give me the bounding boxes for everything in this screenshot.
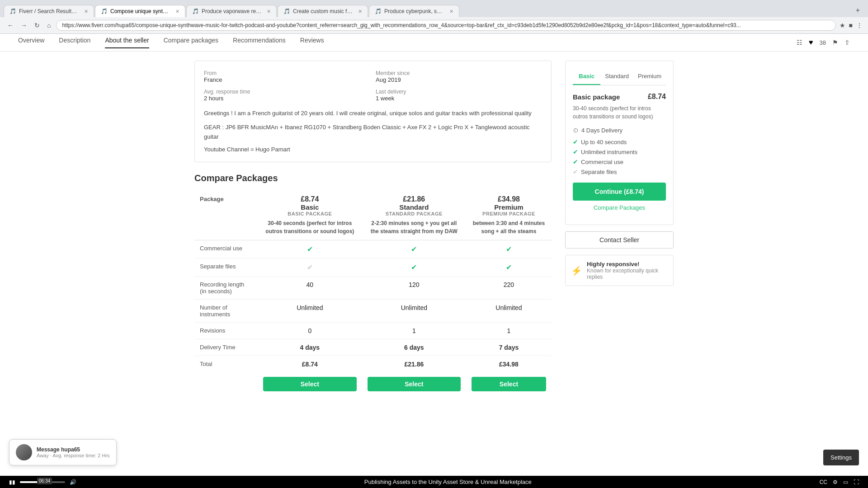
browser-tab-tab2[interactable]: 🎵Compose unique synthwave d...✕ [95,5,185,17]
table-row: Recording length (in seconds)40120220 [194,277,552,300]
row-label-5: Delivery Time [194,339,258,356]
row-0-col-2: ✔ [466,240,552,258]
share-icon[interactable]: ⇧ [844,39,850,46]
check-icon: ✔ [411,245,417,253]
row-5-col-0: 4 days [258,339,362,356]
row-1-col-1: ✔ [362,258,466,277]
main-layout: From France Member since Aug 2019 Avg. r… [185,52,683,405]
nav-right-icons: ☷ ♥ 38 ⚑ ⇧ [797,38,850,47]
contact-seller-button[interactable]: Contact Seller [565,231,674,249]
tab-favicon-tab3: 🎵 [192,8,199,14]
seller-youtube: Youtube Channel = Hugo Pamart [204,146,542,153]
select-buttons-row: Select Select Select [194,372,552,396]
url-input[interactable]: https://www.fiverr.com/hupa65/compose-un… [56,20,835,31]
tab-close-tab4[interactable]: ✕ [358,9,362,14]
sidebar-tab-standard[interactable]: Standard [600,68,633,85]
package-info-header: Basic package £8.74 [573,93,666,101]
browser-tab-tab1[interactable]: 🎵Fiverr / Search Results for 'synt...✕ [4,5,94,17]
heart-button[interactable]: ♥ [809,38,813,47]
last-delivery-label: Last delivery [376,89,542,95]
feature-check-icon: ✔ [573,168,578,175]
bookmark-star-icon[interactable]: ★ [840,22,845,29]
feature-list: ✔Up to 40 seconds✔Unlimited instruments✔… [573,138,666,175]
browser-tab-tab5[interactable]: 🎵Produce cyberpunk, synthw...✕ [369,5,459,17]
basic-column-header: £8.74 Basic BASIC PACKAGE 30-40 seconds … [258,191,362,240]
lightning-icon: ⚡ [571,265,582,276]
check-gray-icon: ✔ [307,263,313,271]
from-label: From [204,70,370,76]
menu-icon[interactable]: ⋮ [856,22,863,29]
check-icon: ✔ [506,263,512,271]
nav-link-reviews[interactable]: Reviews [300,37,324,48]
row-6-col-1: £21.86 [362,356,466,373]
tab-label-tab1: Fiverr / Search Results for 'synt... [19,8,80,14]
badge-subtitle: Known for exceptionally quick replies [587,267,668,280]
member-since-label: Member since [376,70,542,76]
premium-column-header: £34.98 Premium PREMIUM PACKAGE between 3… [466,191,552,240]
row-0-col-1: ✔ [362,240,466,258]
sidebar-tab-premium[interactable]: Premium [633,68,666,85]
nav-link-description[interactable]: Description [59,37,90,48]
premium-price: £34.98 [472,195,546,203]
feature-check-icon: ✔ [573,138,578,145]
last-delivery-value: 1 week [376,95,542,102]
list-view-icon[interactable]: ☷ [797,39,802,46]
package-price: £8.74 [648,93,666,101]
address-bar: ← → ↻ ⌂ https://www.fiverr.com/hupa65/co… [0,17,868,33]
standard-column-header: £21.86 Standard STANDARD PACKAGE 2-2:30 … [362,191,466,240]
table-row: Revisions011 [194,323,552,339]
extension-icon[interactable]: ■ [849,22,853,29]
feature-item: ✔Separate files [573,168,666,175]
nav-links: OverviewDescriptionAbout the sellerCompa… [18,37,324,48]
select-premium-button[interactable]: Select [472,377,546,391]
nav-link-compare-packages[interactable]: Compare packages [164,37,218,48]
browser-tab-tab3[interactable]: 🎵Produce vaporwave retrowa...✕ [186,5,277,17]
basic-subtitle: BASIC PACKAGE [263,211,357,216]
forward-button[interactable]: → [19,20,29,31]
sidebar-tab-basic[interactable]: Basic [573,68,600,85]
nav-link-recommendations[interactable]: Recommendations [233,37,286,48]
feature-check-icon: ✔ [573,158,578,165]
seller-bio: Greetings ! I am a French guitarist of 2… [204,109,542,118]
continue-button[interactable]: Continue (£8.74) [573,183,666,201]
back-button[interactable]: ← [5,20,15,31]
row-5-col-1: 6 days [362,339,466,356]
nav-link-overview[interactable]: Overview [18,37,44,48]
row-label-4: Revisions [194,323,258,339]
flag-icon[interactable]: ⚑ [832,39,838,46]
feature-item: ✔Unlimited instruments [573,148,666,155]
row-label-3: Number of instruments [194,300,258,323]
from-section: From France [204,70,370,83]
row-6-col-0: £8.74 [258,356,362,373]
tab-favicon-tab1: 🎵 [9,8,16,14]
home-button[interactable]: ⌂ [45,20,52,31]
tab-favicon-tab5: 🎵 [375,8,382,14]
tab-close-tab3[interactable]: ✕ [267,9,271,14]
row-3-col-0: Unlimited [258,300,362,323]
badge-title: Highly responsive! [587,261,668,267]
new-tab-button[interactable]: + [851,4,864,17]
feature-item: ✔Commercial use [573,158,666,165]
select-standard-button[interactable]: Select [368,377,461,391]
compare-packages-link[interactable]: Compare Packages [573,204,666,211]
feature-check-icon: ✔ [573,148,578,155]
page-navigation: OverviewDescriptionAbout the sellerCompa… [0,34,868,52]
member-since-section: Member since Aug 2019 [376,70,542,83]
standard-price: £21.86 [368,195,461,203]
tab-close-tab2[interactable]: ✕ [175,9,179,14]
browser-tab-tab4[interactable]: 🎵Create custom music for you...✕ [278,5,368,17]
tab-close-tab5[interactable]: ✕ [449,9,453,14]
badge-text: Highly responsive! Known for exceptional… [587,261,668,280]
nav-link-about-seller[interactable]: About the seller [105,37,149,48]
row-1-col-0: ✔ [258,258,362,277]
refresh-button[interactable]: ↻ [33,20,42,31]
tab-close-tab1[interactable]: ✕ [84,9,88,14]
row-3-col-2: Unlimited [466,300,552,323]
select-basic-button[interactable]: Select [263,377,357,391]
standard-subtitle: STANDARD PACKAGE [368,211,461,216]
row-2-col-1: 120 [362,277,466,300]
delivery-days: 4 Days Delivery [581,127,623,134]
row-2-col-2: 220 [466,277,552,300]
table-row: Delivery Time4 days6 days7 days [194,339,552,356]
row-label-1: Separate files [194,258,258,277]
